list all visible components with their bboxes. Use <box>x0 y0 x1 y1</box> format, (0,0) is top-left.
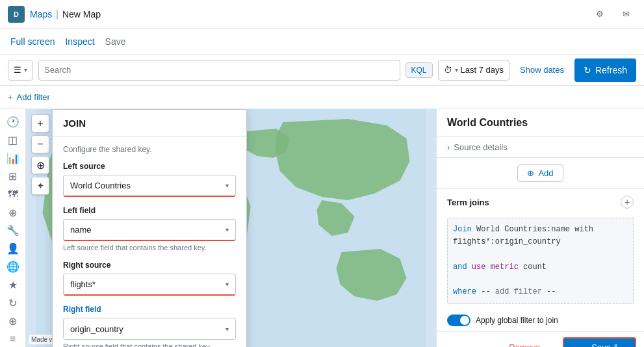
time-range-label: Last 7 days <box>461 65 504 75</box>
breadcrumb-current: New Map <box>62 9 101 19</box>
term-joins-add-button[interactable]: + <box>621 196 634 209</box>
zoom-out-button[interactable]: − <box>31 135 49 153</box>
breadcrumb: Maps | New Map <box>30 9 101 19</box>
refresh-label: Refresh <box>595 65 627 75</box>
sidebar-icon-menu[interactable]: ≡ <box>3 331 23 347</box>
sidebar-icon-add-layer[interactable]: ⊕ <box>3 313 23 329</box>
filter-type-icon: ☰ <box>14 65 21 75</box>
right-panel-header: World Countries <box>437 109 644 137</box>
global-filter-toggle[interactable] <box>447 315 470 326</box>
kql-badge[interactable]: KQL <box>406 62 433 78</box>
settings-icon[interactable]: ⚙ <box>589 4 610 25</box>
sidebar-icon-table[interactable]: ⊞ <box>3 169 23 185</box>
cancel-button[interactable]: Cancel <box>444 344 486 347</box>
sidebar-icon-clock[interactable]: 🕐 <box>3 114 23 130</box>
filter-bar: ☰ ▾ KQL ⏱ ▾ Last 7 days Show dates ↻ Ref… <box>0 55 644 86</box>
and-keyword: and <box>453 263 467 272</box>
join-line2-text: flights*:origin_country <box>453 237 561 246</box>
bottom-bar: Cancel Remove layer ✓ Save & close <box>437 331 644 347</box>
right-field-select[interactable]: origin_country ▾ <box>63 318 236 340</box>
right-panel: World Countries › Source details ⊕ Add T… <box>436 109 644 347</box>
sidebar-icon-star[interactable]: ★ <box>3 277 23 293</box>
add-label: Add <box>538 168 553 178</box>
map-controls: + − ⊕ ⌖ <box>31 114 49 195</box>
add-button[interactable]: ⊕ Add <box>517 164 563 182</box>
save-link[interactable]: Save <box>105 36 126 47</box>
source-details-row[interactable]: › Source details <box>437 137 644 158</box>
where-end: -- <box>547 287 556 296</box>
add-filter-bar[interactable]: + Add filter <box>0 86 644 109</box>
secondary-nav: Full screen Inspect Save <box>0 29 644 55</box>
use-keyword: use <box>472 263 486 272</box>
source-details-label: Source details <box>454 142 507 152</box>
time-icon: ⏱ <box>444 65 452 75</box>
metric-keyword: metric <box>491 263 519 272</box>
sidebar-icon-layers[interactable]: ◫ <box>3 133 23 148</box>
sidebar-icon-chart[interactable]: 📊 <box>3 151 23 166</box>
right-source-label: Right source <box>63 261 236 270</box>
time-chevron: ▾ <box>455 66 458 73</box>
left-sidebar: 🕐 ◫ 📊 ⊞ 🗺 ⊕ 🔧 👤 🌐 ★ ↻ ⊕ ≡ <box>0 109 26 347</box>
right-source-value: flights* <box>70 279 96 289</box>
left-source-select[interactable]: World Countries ▾ <box>63 175 236 197</box>
time-picker[interactable]: ⏱ ▾ Last 7 days <box>438 60 510 81</box>
join-code: Join World Countries:name with flights*:… <box>447 218 634 304</box>
filter-type-chevron: ▾ <box>24 66 27 73</box>
left-source-chevron: ▾ <box>225 182 229 189</box>
right-source-select[interactable]: flights* ▾ <box>63 274 236 296</box>
left-field-hint: Left source field that contains the shar… <box>63 244 236 251</box>
global-filter-label: Apply global filter to join <box>476 316 558 325</box>
term-joins-title: Term joins <box>447 198 489 207</box>
join-modal-header: JOIN <box>53 110 246 137</box>
full-screen-link[interactable]: Full screen <box>10 36 55 47</box>
left-field-value: name <box>70 225 92 235</box>
count-text: count <box>523 263 547 272</box>
add-filter-icon: + <box>8 92 13 102</box>
breadcrumb-maps[interactable]: Maps <box>30 9 52 19</box>
join-line1-text: World Countries:name with <box>476 225 593 234</box>
top-nav: D Maps | New Map ⚙ ✉ <box>0 0 644 29</box>
filter-type-button[interactable]: ☰ ▾ <box>8 60 33 81</box>
sidebar-icon-crosshair[interactable]: ⊕ <box>3 205 23 220</box>
toggle-knob <box>460 316 469 325</box>
left-source-section: Left source World Countries ▾ <box>63 162 236 197</box>
refresh-button[interactable]: ↻ Refresh <box>574 58 636 82</box>
right-field-section: Right field origin_country ▾ Right sourc… <box>63 305 236 347</box>
sidebar-icon-wrench[interactable]: 🔧 <box>3 223 23 238</box>
crosshair-button[interactable]: ⊕ <box>31 156 49 174</box>
right-field-chevron: ▾ <box>225 326 229 333</box>
source-details-chevron: › <box>447 142 450 152</box>
right-panel-title: World Countries <box>447 117 634 129</box>
left-field-label: Left field <box>63 206 236 215</box>
zoom-in-button[interactable]: + <box>31 114 49 133</box>
filter-text: add filter <box>495 287 542 296</box>
join-description: Configure the shared key. <box>63 145 236 154</box>
left-source-label: Left source <box>63 162 236 171</box>
inspect-link[interactable]: Inspect <box>65 36 94 47</box>
save-close-button[interactable]: ✓ Save & close <box>563 337 636 347</box>
join-modal: JOIN Configure the shared key. Left sour… <box>52 109 247 347</box>
left-field-select[interactable]: name ▾ <box>63 219 236 241</box>
global-filter-row: Apply global filter to join <box>437 309 644 331</box>
save-close-label: Save & close <box>584 342 626 347</box>
join-code-block: Join World Countries:name with flights*:… <box>437 212 644 309</box>
right-field-hint: Right source field that contains the sha… <box>63 342 236 347</box>
join-modal-title: JOIN <box>63 118 236 129</box>
sidebar-icon-globe[interactable]: 🌐 <box>3 259 23 275</box>
search-input-wrap <box>38 60 400 81</box>
sidebar-icon-person[interactable]: 👤 <box>3 241 23 257</box>
sidebar-icon-refresh[interactable]: ↻ <box>3 295 23 311</box>
sidebar-icon-map[interactable]: 🗺 <box>3 186 23 202</box>
pointer-button[interactable]: ⌖ <box>31 177 49 195</box>
map-area: SOUTH AMERICA RTHS ERICA + − ⊕ ⌖ Made wi… <box>26 109 436 347</box>
mail-icon[interactable]: ✉ <box>615 4 636 25</box>
show-dates-button[interactable]: Show dates <box>515 62 569 77</box>
term-joins-header: Term joins + <box>437 189 644 212</box>
breadcrumb-sep: | <box>56 9 58 19</box>
user-avatar[interactable]: D <box>8 6 25 23</box>
add-filter-label: Add filter <box>17 92 50 102</box>
refresh-icon: ↻ <box>584 65 591 75</box>
remove-layer-button[interactable]: Remove layer <box>494 339 555 347</box>
where-text: -- <box>481 287 495 296</box>
search-input[interactable] <box>44 65 394 75</box>
